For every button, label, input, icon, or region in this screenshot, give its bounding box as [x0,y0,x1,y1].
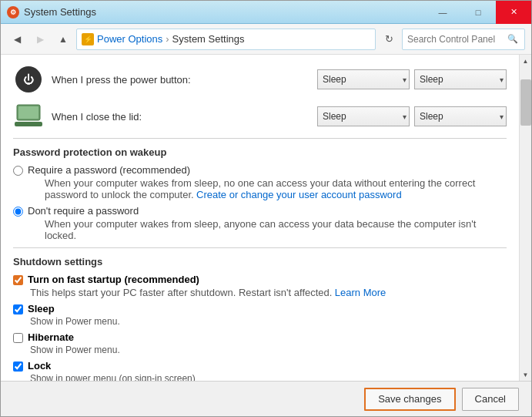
lid-label: When I close the lid: [52,111,309,123]
up-button[interactable]: ▲ [53,29,73,49]
power-button-selects: Do nothing Sleep Hibernate Shut down Do … [317,69,507,89]
svg-rect-2 [15,122,42,126]
password-link[interactable]: Create or change your user account passw… [196,189,402,200]
dont-require-password-item: Don't require a password When your compu… [13,205,507,241]
maximize-button[interactable]: □ [460,1,496,24]
lock-desc: Show in power menu (on sign-in screen) [30,373,507,381]
sleep-label: Sleep [28,303,55,314]
fast-startup-item: Turn on fast startup (recommended) This … [13,274,507,298]
close-button[interactable]: ✕ [496,1,531,24]
app-icon: ⚙ [7,6,19,18]
breadcrumb: ⚡ Power Options › System Settings [76,29,376,50]
scrollbar-thumb[interactable] [520,79,531,126]
power-button-select-1[interactable]: Do nothing Sleep Hibernate Shut down [317,69,410,89]
search-input[interactable] [407,34,507,45]
fast-startup-checkbox[interactable] [13,275,23,285]
minimize-button[interactable]: — [425,1,460,24]
hibernate-checkbox[interactable] [13,333,23,343]
power-button-select-wrapper-1: Do nothing Sleep Hibernate Shut down [317,69,410,89]
divider-1 [13,138,507,139]
password-section-header: Password protection on wakeup [13,146,507,158]
content-area: ⏻ When I press the power button: Do noth… [1,55,531,381]
breadcrumb-current: System Settings [172,33,245,45]
lock-row: Lock [13,360,507,372]
footer: Save changes Cancel [1,381,531,416]
lock-label: Lock [28,360,51,372]
title-bar: ⚙ System Settings — □ ✕ [1,1,531,24]
require-password-radio[interactable] [13,166,23,176]
title-bar-left: ⚙ System Settings [7,6,96,18]
divider-2 [13,247,507,248]
fast-startup-row: Turn on fast startup (recommended) [13,274,507,285]
dont-require-password-radio[interactable] [13,207,23,217]
breadcrumb-link-power-options[interactable]: Power Options [97,33,162,45]
fast-startup-label: Turn on fast startup (recommended) [28,274,199,285]
scroll-down-button[interactable]: ▼ [520,368,532,381]
lid-select-wrapper-1: Do nothing Sleep Hibernate Shut down [317,106,410,126]
title-bar-controls: — □ ✕ [425,1,531,24]
lid-selects: Do nothing Sleep Hibernate Shut down Do … [317,106,507,126]
power-icon: ⏻ [15,66,42,92]
lock-item: Lock Show in power menu (on sign-in scre… [13,360,507,381]
learn-more-link[interactable]: Learn More [335,287,386,298]
lid-select-1[interactable]: Do nothing Sleep Hibernate Shut down [317,106,410,126]
navigation-bar: ◀ ▶ ▲ ⚡ Power Options › System Settings … [1,24,531,55]
require-password-label: Require a password (recommended) [28,164,507,176]
forward-button[interactable]: ▶ [30,29,50,49]
breadcrumb-separator: › [166,33,169,45]
scrollbar: ▲ ▼ [519,55,531,381]
save-changes-button[interactable]: Save changes [364,388,455,411]
lock-checkbox[interactable] [13,362,23,372]
hibernate-label: Hibernate [28,331,74,343]
power-button-select-2[interactable]: Do nothing Sleep Hibernate Shut down [414,69,507,89]
sleep-checkbox[interactable] [13,304,23,314]
lid-icon [14,103,43,128]
search-button[interactable]: 🔍 [507,34,518,44]
back-button[interactable]: ◀ [7,29,27,49]
hibernate-item: Hibernate Show in Power menu. [13,331,507,355]
shutdown-section-header: Shutdown settings [13,256,507,267]
dont-require-password-label: Don't require a password [28,205,507,217]
sleep-desc: Show in Power menu. [30,316,507,327]
cancel-button[interactable]: Cancel [462,388,519,411]
lid-select-2[interactable]: Do nothing Sleep Hibernate Shut down [414,106,507,126]
system-settings-window: ⚙ System Settings — □ ✕ ◀ ▶ ▲ ⚡ Power Op… [0,0,532,417]
refresh-button[interactable]: ↻ [379,29,399,49]
sleep-row: Sleep [13,303,507,314]
fast-startup-desc: This helps start your PC faster after sh… [30,287,507,298]
breadcrumb-icon: ⚡ [82,33,94,45]
power-button-label: When I press the power button: [52,74,309,86]
sleep-item: Sleep Show in Power menu. [13,303,507,327]
require-password-desc: When your computer wakes from sleep, no … [45,177,507,200]
power-button-select-wrapper-2: Do nothing Sleep Hibernate Shut down [414,69,507,89]
window-title: System Settings [24,6,96,18]
hibernate-row: Hibernate [13,331,507,343]
scroll-up-button[interactable]: ▲ [520,55,532,67]
dont-require-password-desc: When your computer wakes from sleep, any… [45,218,507,241]
main-content: ⏻ When I press the power button: Do noth… [1,55,519,381]
hibernate-desc: Show in Power menu. [30,345,507,355]
lid-icon-wrap [13,101,44,132]
power-icon-wrap: ⏻ [13,64,44,95]
lid-row: When I close the lid: Do nothing Sleep H… [13,101,507,132]
power-button-row: ⏻ When I press the power button: Do noth… [13,64,507,95]
require-password-item: Require a password (recommended) When yo… [13,164,507,200]
svg-rect-1 [18,106,38,119]
search-box: 🔍 [402,29,525,50]
lid-select-wrapper-2: Do nothing Sleep Hibernate Shut down [414,106,507,126]
